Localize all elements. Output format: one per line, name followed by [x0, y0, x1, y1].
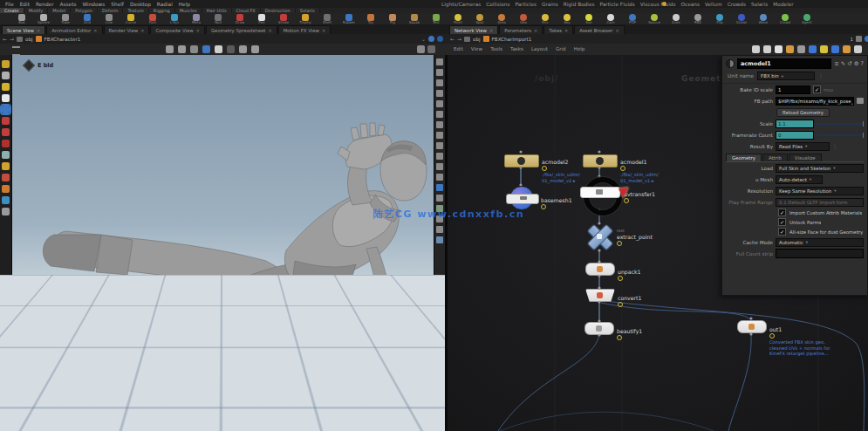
node-label[interactable]: unpack1: [618, 269, 714, 275]
node-body[interactable]: [509, 186, 534, 210]
viewport-tool-icon[interactable]: [215, 45, 222, 53]
node-body[interactable]: [585, 263, 615, 276]
shelfset2-tab[interactable]: Modeler: [773, 2, 793, 7]
node-label[interactable]: extract_point: [617, 234, 713, 240]
node-body[interactable]: [737, 320, 767, 333]
pane-tab[interactable]: Takes ✕: [543, 25, 573, 34]
pane-tab[interactable]: Parameters ✕: [499, 25, 543, 34]
shelfset2-tab[interactable]: Particle Fluids: [600, 2, 635, 7]
node-label[interactable]: acmodel1: [620, 159, 716, 165]
close-icon[interactable]: ✕: [37, 28, 40, 33]
load-dropdown[interactable]: Full Skin and Skeleton▾: [776, 164, 864, 173]
path-node[interactable]: FBXCharacter1: [44, 37, 81, 42]
path-root[interactable]: obj: [25, 37, 33, 42]
menu-item[interactable]: File: [5, 2, 14, 7]
display-option-icon[interactable]: [436, 195, 443, 202]
shelfset2-tab[interactable]: Grains: [542, 2, 558, 7]
viewport-side-tool-icon[interactable]: [2, 72, 10, 79]
shelf-tool[interactable]: Font: [143, 14, 162, 24]
checkbox-checked-icon[interactable]: ✓: [778, 228, 786, 236]
network-menu-item[interactable]: Help: [574, 46, 585, 51]
viewport-side-tool-icon[interactable]: [2, 106, 10, 113]
path-node[interactable]: FBXCharImport1: [492, 37, 532, 42]
resolution-dropdown[interactable]: Keep Same Resolution▾: [776, 187, 864, 195]
network-tool-icon[interactable]: [786, 45, 794, 53]
shelf-tool[interactable]: L-Sys: [165, 14, 184, 24]
shelf-tool[interactable]: Meta: [187, 14, 206, 24]
shelf-tool[interactable]: Crowd: [776, 14, 795, 24]
node-flag-badge[interactable]: [541, 204, 546, 209]
shelfset2-tab[interactable]: Solaris: [751, 2, 768, 7]
viewport-side-tool-icon[interactable]: [2, 140, 10, 147]
back-arrow-icon[interactable]: ←: [3, 36, 7, 42]
shelf-tool[interactable]: Box: [12, 14, 31, 24]
menu-item[interactable]: Assets: [60, 2, 77, 7]
framerate-field[interactable]: 0: [776, 131, 814, 140]
checkbox-checked-icon[interactable]: ✓: [778, 209, 786, 216]
param-header-icon[interactable]: ≡: [834, 60, 838, 67]
shelfset2-tab[interactable]: Crowds: [728, 2, 746, 7]
display-option-icon[interactable]: [436, 174, 443, 181]
bake-checkbox[interactable]: ✓: [813, 86, 821, 93]
network-node[interactable]: convert1: [585, 289, 615, 302]
network-tool-icon[interactable]: [820, 45, 828, 53]
path-root[interactable]: obj: [473, 37, 481, 42]
shelfset2-tab[interactable]: Lights/Cameras: [441, 2, 481, 7]
close-icon[interactable]: ✕: [268, 28, 271, 33]
network-menu-item[interactable]: Tools: [490, 46, 502, 51]
viewport-tool-icon[interactable]: [202, 45, 210, 53]
viewport-tool-icon[interactable]: [227, 45, 235, 53]
unit-dropdown[interactable]: FBX bin▾: [757, 72, 815, 80]
shelfset2-tab[interactable]: Vellum: [705, 2, 722, 7]
param-header-icon[interactable]: ?: [861, 60, 864, 67]
shelf-tool[interactable]: Tube: [56, 14, 75, 24]
scene-viewport[interactable]: E bld: [0, 55, 445, 431]
menu-item[interactable]: Render: [36, 2, 54, 7]
node-body[interactable]: [584, 322, 614, 335]
network-tool-icon[interactable]: [763, 45, 771, 53]
param-tab[interactable]: Attrib: [762, 154, 788, 161]
node-label[interactable]: uvtransfer1: [624, 191, 720, 197]
close-icon[interactable]: ✕: [564, 28, 568, 33]
cache-dropdown[interactable]: Automatic▾: [776, 238, 864, 247]
viewport-endtool-icon[interactable]: [427, 45, 435, 53]
menu-item[interactable]: Windows: [82, 2, 105, 7]
pane-tab[interactable]: Geometry Spreadsheet ✕: [206, 25, 277, 34]
shelf-tool[interactable]: Agent: [797, 14, 817, 24]
display-option-icon[interactable]: [436, 111, 443, 118]
network-node[interactable]: beautify1: [584, 322, 614, 335]
shelf-tool[interactable]: RBD: [688, 14, 707, 24]
viewport-endtool-icon[interactable]: [417, 45, 425, 53]
globe-icon[interactable]: [428, 36, 434, 42]
shelf-tool[interactable]: Source: [645, 14, 664, 24]
close-icon[interactable]: ✕: [322, 28, 325, 33]
network-node[interactable]: unpack1: [585, 263, 615, 276]
network-menu-item[interactable]: Grid: [556, 46, 566, 51]
param-header-icon[interactable]: ✎: [841, 60, 845, 67]
viewport-tool-icon[interactable]: [251, 45, 259, 53]
node-flag-badge[interactable]: [542, 166, 547, 171]
network-tool-icon[interactable]: [752, 45, 760, 53]
display-option-icon[interactable]: [436, 132, 443, 139]
bypass-toggle-icon[interactable]: [726, 59, 735, 68]
pane-tab[interactable]: Motion FX View ✕: [278, 25, 331, 34]
shelfset2-tab[interactable]: Viscous Fluids: [640, 2, 676, 7]
shelf-tool[interactable]: Grid: [78, 14, 97, 24]
shelf-tool[interactable]: Test: [427, 14, 446, 24]
scale-field[interactable]: 1.1: [776, 120, 814, 128]
home-icon[interactable]: [464, 37, 470, 42]
menu-item[interactable]: Desktop: [130, 2, 151, 7]
file-chooser-icon[interactable]: [857, 98, 864, 104]
network-menu-item[interactable]: Edit: [454, 46, 463, 51]
bake-field[interactable]: 1: [776, 86, 810, 94]
network-tool-icon[interactable]: [797, 45, 805, 53]
param-tab[interactable]: Geometry: [726, 154, 762, 161]
shelf-tool[interactable]: Shelf: [318, 14, 337, 24]
display-option-icon[interactable]: [436, 226, 443, 233]
pane-tab[interactable]: Composite View ✕: [150, 25, 204, 34]
shelf-tool[interactable]: Line: [99, 14, 119, 24]
shelf-tool[interactable]: Squab: [405, 14, 424, 24]
viewport-tool-icon[interactable]: [178, 45, 186, 53]
node-body[interactable]: [587, 224, 612, 249]
node-label[interactable]: out1: [769, 326, 865, 332]
